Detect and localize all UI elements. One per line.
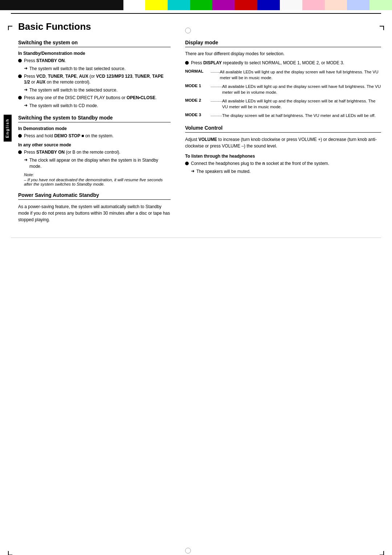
border-bottom (11, 238, 381, 238)
color-cyan (168, 0, 190, 10)
arrow-cd-mode-text: The system will switch to CD mode. (29, 103, 171, 109)
arrow-last-source-text: The system will switch to the last selec… (29, 66, 171, 72)
bullet-dot (185, 61, 189, 65)
arrow-icon: ➜ (191, 169, 195, 174)
mode-dots-3: .......... (211, 113, 222, 118)
sub-other-source-heading: In any other source mode (18, 142, 171, 147)
arrow-icon: ➜ (24, 87, 28, 92)
bullet-headphones: Connect the headphones plug to the n soc… (185, 161, 381, 167)
note-block: Note: – If you have not deactivated the … (18, 173, 171, 186)
mode-label-3: MODE 3 (185, 113, 211, 118)
volume-body: Adjust VOLUME to increase (turn knob clo… (185, 136, 381, 149)
arrow-icon: ➜ (24, 103, 28, 108)
bullet-dot (18, 150, 22, 154)
bullet-headphones-text: Connect the headphones plug to the n soc… (191, 161, 381, 167)
mode-row-2: MODE 2 .......... All available LEDs wil… (185, 98, 381, 110)
section-switching-standby: Switching the system to Standby mode In … (18, 115, 171, 186)
display-mode-table: NORMAL ........ All available LEDs will … (185, 69, 381, 119)
bullet-dot (18, 134, 22, 138)
top-bar-colors (145, 0, 392, 10)
display-mode-intro: There are four different display modes f… (185, 51, 381, 57)
sidebar-language-label: English (4, 115, 12, 142)
section-switching-on: Switching the system on In Standby/Demon… (18, 40, 171, 109)
bullet-dot (18, 74, 22, 78)
section-power-saving-heading: Power Saving Automatic Standby (18, 192, 171, 200)
sub-standby-demo-heading: In Standby/Demonstration mode (18, 51, 171, 56)
section-standby-heading: Switching the system to Standby mode (18, 115, 171, 122)
arrow-icon: ➜ (24, 66, 28, 71)
mode-row-1: MODE 1 .......... All available LEDs wil… (185, 84, 381, 95)
color-blue (257, 0, 280, 10)
left-column: Switching the system on In Standby/Demon… (18, 40, 171, 223)
bullet-dot (18, 59, 22, 62)
corner-br (380, 551, 384, 555)
bullet-disc-direct-text: Press any one of the DISC DIRECT PLAY bu… (24, 95, 171, 101)
arrow-clock-display: ➜ The clock will appear on the display w… (18, 157, 171, 170)
mode-label-2: MODE 2 (185, 98, 211, 110)
bullet-press-display: Press DISPLAY repeatedly to select NORMA… (185, 60, 381, 66)
color-pink (302, 0, 325, 10)
mode-label-1: MODE 1 (185, 84, 211, 95)
arrow-clock-display-text: The clock will appear on the display whe… (29, 157, 171, 170)
section-display-heading: Display mode (185, 40, 381, 47)
mode-desc-3: The display screen will be at half brigh… (222, 113, 381, 118)
color-green (190, 0, 213, 10)
color-magenta (212, 0, 235, 10)
right-column: Display mode There are four different di… (185, 40, 381, 223)
section-volume-control: Volume Control Adjust VOLUME to increase… (185, 125, 381, 175)
bullet-demo-stop-text: Press and hold DEMO STOP ■ on the system… (24, 133, 171, 139)
arrow-speakers-muted: ➜ The speakers will be muted. (185, 169, 381, 175)
arrow-last-source: ➜ The system will switch to the last sel… (18, 66, 171, 72)
corner-tr (380, 26, 384, 30)
mode-row-normal: NORMAL ........ All available LEDs will … (185, 69, 381, 81)
mode-dots-normal: ........ (211, 69, 220, 81)
bullet-standby-on-remote: Press STANDBY ON (or B on the remote con… (18, 149, 171, 155)
top-bar-black (0, 0, 123, 10)
bullet-demo-stop: Press and hold DEMO STOP ■ on the system… (18, 133, 171, 139)
corner-tl (8, 26, 12, 30)
bullet-dot (185, 162, 189, 165)
bullet-vcd-tuner-text: Press VCD, TUNER, TAPE, AUX (or VCD 123/… (24, 73, 171, 86)
section-display-mode: Display mode There are four different di… (185, 40, 381, 118)
note-label: Note: (24, 173, 171, 177)
bullet-disc-direct: Press any one of the DISC DIRECT PLAY bu… (18, 95, 171, 101)
power-saving-body: As a power-saving feature, the system wi… (18, 203, 171, 223)
mode-label-normal: NORMAL (185, 69, 211, 81)
color-white (280, 0, 302, 10)
bullet-dot (18, 96, 22, 100)
section-volume-heading: Volume Control (185, 125, 381, 133)
headphones-heading: To listen through the headphones (185, 154, 381, 159)
arrow-cd-mode: ➜ The system will switch to CD mode. (18, 103, 171, 109)
section-switching-on-heading: Switching the system on (18, 40, 171, 47)
note-text: – If you have not deactivated the demons… (24, 178, 171, 186)
bullet-vcd-tuner: Press VCD, TUNER, TAPE, AUX (or VCD 123/… (18, 73, 171, 86)
headphones-section: To listen through the headphones Connect… (185, 154, 381, 175)
sub-demo-mode-heading: In Demonstration mode (18, 126, 171, 131)
arrow-icon: ➜ (24, 157, 28, 162)
top-color-bar (0, 0, 392, 10)
color-lavender (347, 0, 369, 10)
section-power-saving: Power Saving Automatic Standby As a powe… (18, 192, 171, 223)
color-red (235, 0, 257, 10)
mode-desc-2: All available LEDs will light up and the… (222, 98, 381, 110)
mode-row-3: MODE 3 .......... The display screen wil… (185, 113, 381, 118)
page-title: Basic Functions (18, 21, 381, 32)
arrow-selected-source: ➜ The system will switch to the selected… (18, 87, 171, 93)
two-column-layout: Switching the system on In Standby/Demon… (18, 40, 381, 223)
arrow-speakers-muted-text: The speakers will be muted. (196, 169, 381, 175)
mode-desc-normal: All available LEDs will light up and the… (220, 69, 381, 81)
page: English Basic Functions Switching the sy… (0, 13, 392, 555)
bullet-standby-on: Press STANDBY ON. (18, 58, 171, 64)
bullet-standby-on-remote-text: Press STANDBY ON (or B on the remote con… (24, 149, 171, 155)
corner-bl (8, 551, 12, 555)
mode-dots-1: .......... (211, 84, 222, 95)
mode-dots-2: .......... (211, 98, 222, 110)
mode-desc-1: All available LEDs will light up and the… (222, 84, 381, 95)
color-mint (369, 0, 392, 10)
bullet-press-display-text: Press DISPLAY repeatedly to select NORMA… (191, 60, 381, 66)
top-bar-white (123, 0, 145, 10)
circle-mark-bottom (185, 548, 191, 554)
main-content: Basic Functions Switching the system on … (18, 14, 381, 223)
arrow-selected-source-text: The system will switch to the selected s… (29, 87, 171, 93)
bullet-standby-on-text: Press STANDBY ON. (24, 58, 171, 64)
